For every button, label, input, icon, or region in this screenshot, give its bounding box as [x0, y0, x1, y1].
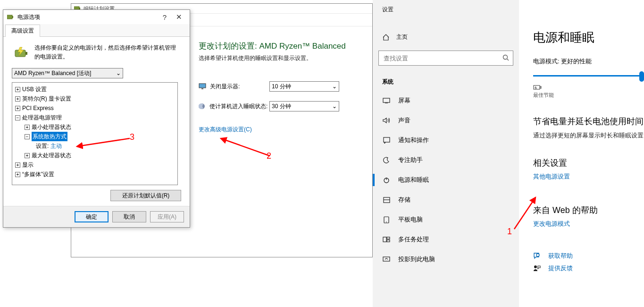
- tree-node-cooling-setting[interactable]: 设置: 主动: [13, 141, 176, 151]
- dialog-description-row: 选择你要自定义的电源计划，然后选择你希望计算机管理的电源设置。: [12, 43, 181, 61]
- tree-node-pci[interactable]: +PCI Express: [13, 103, 176, 113]
- svg-rect-18: [7, 15, 12, 19]
- settings-search-input[interactable]: [383, 54, 502, 62]
- slider-ticks: 最佳节能: [533, 92, 644, 99]
- nav-label: 存储: [398, 196, 410, 204]
- settings-sidebar: 主页 系统 屏幕 声音 通知和操作 专注助手: [373, 0, 519, 307]
- display-icon: [382, 96, 391, 105]
- display-timeout-select[interactable]: 10 分钟 ⌄: [269, 81, 339, 92]
- tree-label: “多媒体”设置: [22, 170, 54, 179]
- nav-sound[interactable]: 声音: [373, 111, 519, 130]
- expand-icon[interactable]: +: [25, 153, 30, 158]
- sleep-timeout-value: 30 分钟: [272, 102, 291, 111]
- restore-defaults-button[interactable]: 还原计划默认值(R): [110, 190, 181, 201]
- nav-label: 平板电脑: [398, 215, 423, 224]
- get-help-row[interactable]: 获取帮助: [533, 252, 644, 260]
- plan-combobox-value: AMD Ryzen™ Balanced [活动]: [14, 69, 91, 77]
- nav-storage[interactable]: 存储: [373, 190, 519, 210]
- collapse-icon[interactable]: −: [15, 115, 20, 120]
- row-display-label: 关闭显示器:: [210, 83, 240, 91]
- collapse-icon[interactable]: −: [25, 134, 30, 139]
- power-mode-label: 电源模式: 更好的性能: [533, 57, 644, 66]
- power-mode-slider[interactable]: [533, 69, 644, 83]
- nav-tablet[interactable]: 平板电脑: [373, 210, 519, 230]
- sidebar-home-label: 主页: [396, 33, 408, 41]
- sound-icon: [382, 116, 391, 125]
- svg-rect-10: [534, 85, 540, 89]
- monitor-icon: [199, 83, 206, 90]
- chevron-down-icon: ⌄: [116, 70, 121, 77]
- nav-display[interactable]: 屏幕: [373, 91, 519, 111]
- tree-node-multimedia[interactable]: +“多媒体”设置: [13, 170, 176, 179]
- row-sleep-label-wrap: 使计算机进入睡眠状态:: [199, 102, 269, 111]
- feedback-row[interactable]: 提供反馈: [533, 264, 644, 273]
- row-sleep-label: 使计算机进入睡眠状态:: [209, 102, 268, 111]
- nav-multitask[interactable]: 多任务处理: [373, 230, 519, 249]
- sleep-icon: [199, 103, 206, 110]
- nav-focus[interactable]: 专注助手: [373, 150, 519, 170]
- nav-label: 多任务处理: [398, 235, 429, 244]
- nav-label: 投影到此电脑: [398, 255, 435, 264]
- projecting-icon: [382, 255, 391, 264]
- nav-label: 专注助手: [398, 156, 423, 164]
- expand-icon[interactable]: +: [15, 162, 20, 168]
- change-power-mode-link[interactable]: 更改电源模式: [533, 220, 644, 228]
- help-button[interactable]: ?: [158, 13, 172, 21]
- nav-label: 通知和操作: [398, 136, 429, 145]
- tree-label: USB 设置: [22, 85, 47, 94]
- plan-row-display: 关闭显示器: 10 分钟 ⌄: [199, 81, 361, 92]
- tree-node-min-proc[interactable]: +最小处理器状态: [13, 122, 176, 132]
- cancel-button[interactable]: 取消: [112, 211, 146, 222]
- battery-icon: [533, 85, 542, 90]
- settings-search[interactable]: [378, 51, 513, 66]
- other-power-settings-link[interactable]: 其他电源设置: [533, 172, 644, 181]
- tree-node-cpu[interactable]: −处理器电源管理: [13, 113, 176, 122]
- change-advanced-link[interactable]: 更改高级电源设置(C): [199, 126, 361, 134]
- tree-label: 最小处理器状态: [32, 122, 71, 132]
- dialog-title: 电源选项: [17, 13, 158, 21]
- plan-row-sleep: 使计算机进入睡眠状态: 30 分钟 ⌄: [199, 101, 361, 111]
- plan-combobox[interactable]: AMD Ryzen™ Balanced [活动] ⌄: [12, 68, 123, 78]
- get-help-link[interactable]: 获取帮助: [548, 252, 573, 260]
- nav-projecting[interactable]: 投影到此电脑: [373, 249, 519, 269]
- expand-icon[interactable]: +: [15, 106, 20, 111]
- svg-rect-8: [387, 240, 390, 242]
- feedback-icon: [533, 264, 543, 272]
- ok-button[interactable]: 确定: [75, 211, 109, 222]
- tree-node-usb[interactable]: +USB 设置: [13, 85, 176, 94]
- tree-node-intel-gfx[interactable]: +英特尔(R) 显卡设置: [13, 94, 176, 103]
- dialog-titlebar[interactable]: 电源选项 ? ✕: [3, 10, 190, 24]
- expand-icon[interactable]: +: [15, 96, 20, 102]
- plan-sub: 选择希望计算机使用的睡眠设置和显示设置。: [199, 54, 361, 62]
- page-title: 电源和睡眠: [533, 29, 644, 46]
- tree-node-cooling[interactable]: −系统散热方式: [13, 132, 176, 141]
- expand-icon[interactable]: +: [25, 125, 30, 130]
- apply-button: 应用(A): [150, 211, 184, 222]
- sleep-timeout-select[interactable]: 30 分钟 ⌄: [269, 101, 339, 111]
- focus-icon: [382, 156, 391, 164]
- svg-rect-21: [25, 52, 27, 55]
- nav-notifications[interactable]: 通知和操作: [373, 130, 519, 150]
- display-timeout-value: 10 分钟: [272, 83, 291, 91]
- expand-icon[interactable]: +: [15, 172, 20, 177]
- storage-icon: [382, 196, 391, 204]
- nav-label: 声音: [398, 116, 410, 125]
- sidebar-home[interactable]: 主页: [373, 28, 519, 46]
- tree-setting-value[interactable]: 主动: [50, 141, 62, 151]
- tab-advanced[interactable]: 高级设置: [5, 25, 40, 37]
- slider-thumb[interactable]: [639, 71, 644, 82]
- svg-point-13: [534, 265, 537, 268]
- multitask-icon: [382, 235, 391, 244]
- tablet-icon: [382, 215, 391, 224]
- tree-node-max-proc[interactable]: +最大处理器状态: [13, 151, 176, 160]
- expand-icon[interactable]: +: [15, 87, 20, 92]
- tree-label: PCI Express: [22, 103, 54, 113]
- tree-node-display[interactable]: +显示: [13, 160, 176, 170]
- settings-tree[interactable]: +USB 设置 +英特尔(R) 显卡设置 +PCI Express −处理器电源…: [12, 82, 178, 185]
- feedback-link[interactable]: 提供反馈: [548, 264, 573, 273]
- svg-rect-11: [540, 86, 541, 88]
- nav-power[interactable]: 电源和睡眠: [373, 170, 519, 190]
- settings-content: 电源和睡眠 电源模式: 更好的性能 最佳节能 节省电量并延长电池使用时间 通过选…: [519, 0, 644, 307]
- tree-label: 最大处理器状态: [32, 151, 71, 160]
- close-button[interactable]: ✕: [172, 13, 186, 21]
